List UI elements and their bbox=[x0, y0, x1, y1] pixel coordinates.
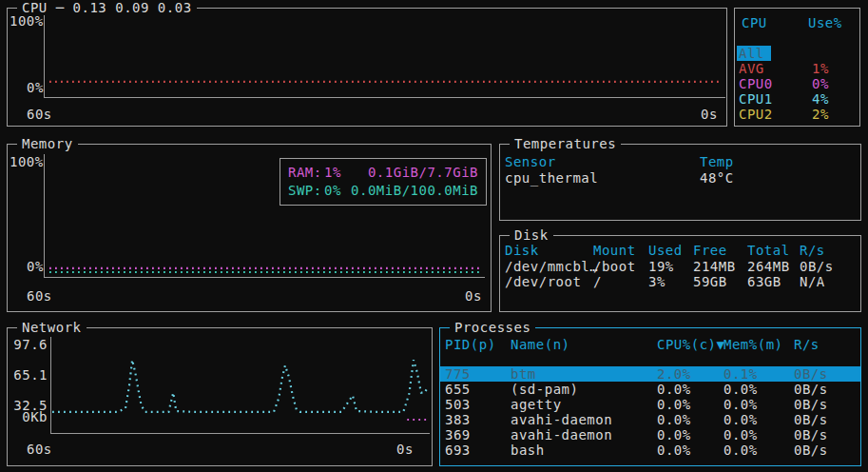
disk-row1-used: 3% bbox=[648, 274, 665, 289]
cpu-legend-value-cpu1: 4% bbox=[812, 91, 829, 107]
process-pid: 655 bbox=[445, 382, 471, 397]
process-pid: 383 bbox=[445, 412, 471, 427]
process-cpu: 0.0% bbox=[657, 412, 691, 427]
process-cpu: 0.0% bbox=[657, 397, 691, 412]
process-name: (sd-pam) bbox=[511, 382, 578, 397]
temperatures-header-temp: Temp bbox=[700, 154, 734, 169]
disk-row0-total: 264MB bbox=[747, 259, 790, 274]
process-mem: 0.0% bbox=[723, 427, 758, 442]
disk-row0-free: 214MB bbox=[693, 259, 736, 274]
process-mem: 0.0% bbox=[723, 382, 758, 397]
memory-legend-ram-pct: 1% bbox=[324, 165, 341, 180]
process-pid: 693 bbox=[445, 442, 471, 458]
cpu-legend-row-avg[interactable]: AVG bbox=[739, 61, 764, 76]
cpu-legend-row-cpu1[interactable]: CPU1 bbox=[739, 91, 773, 107]
process-name: agetty bbox=[511, 397, 562, 412]
cpu-legend-value-avg: 1% bbox=[812, 61, 829, 76]
disk-row1-mount: / bbox=[593, 274, 602, 289]
process-name: btm bbox=[511, 366, 536, 382]
memory-legend-swp-detail: 0.0MiB/100.0MiB bbox=[351, 183, 478, 198]
disk-row1-total: 63GB bbox=[747, 274, 781, 289]
processes-header-name[interactable]: Name(n) bbox=[511, 337, 570, 352]
disk-header-total: Total bbox=[747, 243, 790, 258]
process-rs: 0B/s bbox=[794, 427, 828, 442]
disk-row1-device: /dev/root bbox=[505, 274, 581, 289]
memory-legend-ram-detail: 0.1GiB/7.7GiB bbox=[368, 165, 478, 180]
process-mem: 0.0% bbox=[723, 397, 758, 412]
cpu-legend-row-all[interactable]: All bbox=[739, 46, 764, 61]
process-cpu: 0.0% bbox=[657, 427, 691, 442]
disk-row1-free: 59GB bbox=[693, 274, 727, 289]
cpu-legend-row-cpu0[interactable]: CPU0 bbox=[739, 76, 773, 91]
process-mem: 0.1% bbox=[723, 366, 758, 382]
disk-row0-used: 19% bbox=[648, 259, 674, 274]
cpu-usage-graph bbox=[8, 9, 726, 126]
process-cpu: 0.0% bbox=[657, 382, 691, 397]
process-mem: 0.0% bbox=[723, 442, 758, 458]
disk-row0-rs: 0B/s bbox=[800, 259, 834, 274]
memory-panel[interactable]: Memory 100% 0% 60s 0s RAM: 1% 0.1GiB/7.7… bbox=[7, 144, 492, 312]
process-rs: 0B/s bbox=[794, 412, 828, 427]
disk-panel[interactable]: Disk Disk Mount Used Free Total R/s /dev… bbox=[499, 235, 861, 312]
processes-header-pid[interactable]: PID(p) bbox=[445, 337, 496, 352]
processes-header-cpu-sort[interactable]: CPU%(c)▼ bbox=[657, 337, 724, 352]
network-panel[interactable]: Network 97.6 65.1 32.5 0Kb 60s 0s bbox=[7, 327, 433, 466]
network-panel-title: Network bbox=[17, 320, 87, 335]
process-name: bash bbox=[511, 442, 545, 458]
cpu-legend-panel[interactable]: CPU Use% All AVG 1% CPU0 0% CPU1 4% CPU2… bbox=[734, 8, 860, 127]
disk-header-free: Free bbox=[693, 243, 727, 258]
memory-legend-swp-pct: 0% bbox=[324, 183, 341, 198]
processes-panel-title: Processes bbox=[450, 320, 535, 335]
process-name: avahi-daemon bbox=[511, 427, 612, 442]
temperatures-header-sensor: Sensor bbox=[505, 154, 556, 169]
processes-header-mem[interactable]: Mem%(m) bbox=[723, 337, 783, 352]
cpu-legend-value-cpu0: 0% bbox=[812, 76, 829, 91]
temperatures-panel[interactable]: Temperatures Sensor Temp cpu_thermal 48°… bbox=[499, 144, 861, 221]
processes-panel[interactable]: Processes PID(p) Name(n) CPU%(c)▼ Mem%(m… bbox=[439, 327, 861, 466]
process-name: avahi-daemon bbox=[511, 412, 612, 427]
network-traffic-graph bbox=[8, 328, 432, 465]
disk-row0-device: /dev/mmcbl… bbox=[505, 259, 598, 274]
disk-row1-rs: N/A bbox=[800, 274, 825, 289]
disk-header-rs: R/s bbox=[800, 243, 825, 258]
memory-legend-box: RAM: 1% 0.1GiB/7.7GiB SWP: 0% 0.0MiB/100… bbox=[280, 158, 487, 206]
disk-header-used: Used bbox=[648, 243, 683, 258]
process-cpu: 2.0% bbox=[657, 366, 691, 382]
process-rs: 0B/s bbox=[794, 397, 828, 412]
processes-header-rs[interactable]: R/s bbox=[794, 337, 820, 352]
process-cpu: 0.0% bbox=[657, 442, 691, 458]
process-rs: 0B/s bbox=[794, 442, 828, 458]
memory-legend-ram-label: RAM: bbox=[288, 165, 322, 180]
disk-header-disk: Disk bbox=[505, 243, 539, 258]
disk-header-mount: Mount bbox=[593, 243, 636, 258]
process-mem: 0.0% bbox=[723, 412, 758, 427]
cpu-panel-title: CPU ─ 0.13 0.09 0.03 bbox=[17, 0, 197, 15]
cpu-legend-header-cpu[interactable]: CPU bbox=[742, 15, 767, 30]
disk-row0-mount: /boot bbox=[593, 259, 636, 274]
process-pid: 503 bbox=[445, 397, 471, 412]
bottom-system-monitor: CPU ─ 0.13 0.09 0.03 100% 0% 60s 0s CPU … bbox=[0, 0, 868, 472]
memory-legend-swp-label: SWP: bbox=[288, 183, 322, 198]
cpu-legend-value-cpu2: 2% bbox=[812, 107, 829, 122]
process-pid: 369 bbox=[445, 427, 471, 442]
cpu-legend-row-cpu2[interactable]: CPU2 bbox=[739, 107, 773, 122]
process-rs: 0B/s bbox=[794, 382, 828, 397]
disk-panel-title: Disk bbox=[510, 227, 553, 243]
cpu-panel[interactable]: CPU ─ 0.13 0.09 0.03 100% 0% 60s 0s bbox=[7, 8, 727, 127]
temperature-sensor-name: cpu_thermal bbox=[505, 170, 598, 186]
cpu-legend-header-use[interactable]: Use% bbox=[808, 15, 842, 30]
memory-panel-title: Memory bbox=[17, 136, 78, 151]
temperatures-panel-title: Temperatures bbox=[510, 136, 621, 151]
process-pid: 775 bbox=[445, 366, 471, 382]
process-rs: 0B/s bbox=[794, 366, 828, 382]
temperature-sensor-value: 48°C bbox=[700, 170, 734, 186]
